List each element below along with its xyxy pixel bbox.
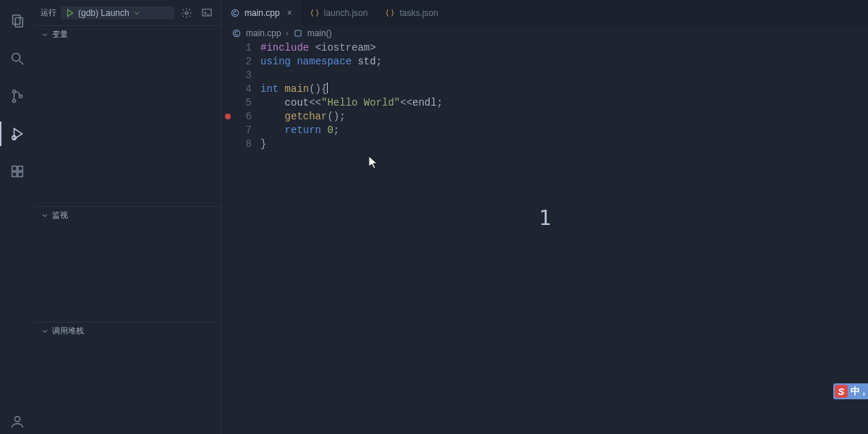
code-content[interactable]: #include <iostream>	[260, 41, 376, 55]
svg-rect-1	[15, 17, 22, 27]
code-line[interactable]: 4int main(){	[221, 82, 868, 96]
cpp-file-icon	[230, 8, 240, 18]
launch-config-dropdown[interactable]: (gdb) Launch	[61, 7, 174, 20]
code-line[interactable]: 3	[221, 69, 868, 82]
breadcrumb-symbol: main()	[307, 28, 332, 38]
breakpoint-gutter[interactable]	[221, 96, 234, 110]
variables-section: 变量	[35, 25, 221, 206]
debug-side-panel: 运行 (gdb) Launch 变量 监视 调用堆栈	[35, 0, 221, 434]
breakpoint-gutter[interactable]	[221, 41, 234, 55]
svg-marker-7	[14, 129, 22, 140]
breakpoint-dot-icon	[225, 114, 231, 119]
svg-point-2	[12, 54, 20, 61]
overlay-digit: 1	[539, 206, 551, 230]
tab-main-cpp[interactable]: main.cpp×	[221, 0, 301, 25]
symbol-method-icon	[293, 28, 303, 38]
breakpoint-gutter[interactable]	[221, 69, 234, 82]
code-content[interactable]: int main(){	[260, 82, 328, 96]
code-line[interactable]: 6 getchar();	[221, 110, 868, 124]
code-editor[interactable]: 1#include <iostream>2using namespace std…	[221, 41, 868, 151]
svg-point-6	[20, 95, 22, 98]
watch-header[interactable]: 监视	[35, 207, 221, 224]
run-debug-icon[interactable]	[0, 122, 35, 146]
line-number: 5	[234, 96, 260, 110]
tab-label: main.cpp	[244, 8, 280, 18]
code-content[interactable]: cout<<"Hello World"<<endl;	[260, 96, 443, 110]
extensions-icon[interactable]	[0, 159, 35, 184]
svg-rect-9	[12, 166, 17, 171]
breakpoint-gutter[interactable]	[221, 137, 234, 151]
explorer-icon[interactable]	[0, 9, 35, 33]
code-line[interactable]: 7 return 0;	[221, 124, 868, 137]
tab-label: launch.json	[324, 8, 368, 18]
svg-point-18	[231, 9, 238, 16]
callstack-section: 调用堆栈	[35, 322, 221, 434]
code-content[interactable]: getchar();	[260, 110, 346, 124]
text-cursor-icon	[327, 82, 328, 93]
code-content[interactable]: }	[260, 137, 266, 151]
svg-point-5	[12, 99, 15, 102]
svg-rect-0	[13, 15, 20, 25]
close-icon[interactable]: ×	[287, 8, 292, 18]
watch-label: 监视	[52, 210, 68, 221]
breakpoint-gutter[interactable]	[221, 124, 234, 137]
search-icon[interactable]	[0, 46, 35, 71]
line-number: 2	[234, 55, 260, 69]
launch-config-label: (gdb) Launch	[78, 8, 129, 18]
ime-indicator[interactable]: S 中 ,	[833, 383, 868, 399]
code-content[interactable]: return 0;	[260, 124, 339, 137]
svg-rect-20	[295, 30, 301, 36]
ime-logo-icon: S	[835, 385, 848, 398]
code-content[interactable]: using namespace std;	[260, 55, 382, 69]
tab-tasks-json[interactable]: tasks.json	[376, 0, 446, 25]
source-control-icon[interactable]	[0, 84, 35, 109]
breakpoint-gutter[interactable]	[221, 55, 234, 69]
breakpoint-gutter[interactable]	[221, 82, 234, 96]
tab-launch-json[interactable]: launch.json	[301, 0, 377, 25]
json-file-icon	[385, 8, 395, 18]
line-number: 3	[234, 69, 260, 82]
code-line[interactable]: 5 cout<<"Hello World"<<endl;	[221, 96, 868, 110]
editor-tabs: main.cpp×launch.jsontasks.json	[221, 0, 868, 25]
svg-point-19	[233, 30, 239, 36]
variables-label: 变量	[52, 29, 68, 40]
debug-console-icon[interactable]	[199, 5, 215, 21]
breadcrumb-sep-icon: ›	[286, 28, 289, 38]
code-line[interactable]: 1#include <iostream>	[221, 41, 868, 55]
line-number: 4	[234, 82, 260, 96]
line-number: 8	[234, 137, 260, 151]
svg-marker-14	[68, 9, 73, 16]
breakpoint-gutter[interactable]	[221, 110, 234, 124]
variables-header[interactable]: 变量	[35, 26, 221, 43]
svg-rect-12	[18, 172, 22, 176]
gear-icon[interactable]	[179, 5, 195, 21]
accounts-icon[interactable]	[0, 409, 35, 434]
callstack-header[interactable]: 调用堆栈	[35, 323, 221, 339]
run-label: 运行	[41, 7, 56, 18]
line-number: 6	[234, 110, 260, 124]
line-number: 1	[234, 41, 260, 55]
run-header: 运行 (gdb) Launch	[35, 0, 221, 25]
svg-rect-11	[12, 172, 17, 176]
code-line[interactable]: 2using namespace std;	[221, 55, 868, 69]
json-file-icon	[310, 8, 320, 18]
breadcrumbs[interactable]: main.cpp › main()	[221, 25, 868, 41]
svg-point-15	[185, 12, 188, 14]
breadcrumb-file: main.cpp	[246, 28, 281, 38]
line-number: 7	[234, 124, 260, 137]
svg-point-13	[14, 417, 20, 422]
svg-rect-16	[203, 9, 211, 15]
svg-rect-10	[18, 166, 22, 171]
svg-point-4	[12, 90, 15, 93]
activity-bar	[0, 0, 35, 434]
watch-section: 监视	[35, 206, 221, 322]
svg-line-3	[20, 61, 24, 65]
code-line[interactable]: 8}	[221, 137, 868, 151]
tab-label: tasks.json	[399, 8, 438, 18]
callstack-label: 调用堆栈	[52, 326, 84, 336]
ime-text: 中 ,	[851, 385, 865, 398]
cpp-file-icon	[231, 28, 242, 38]
